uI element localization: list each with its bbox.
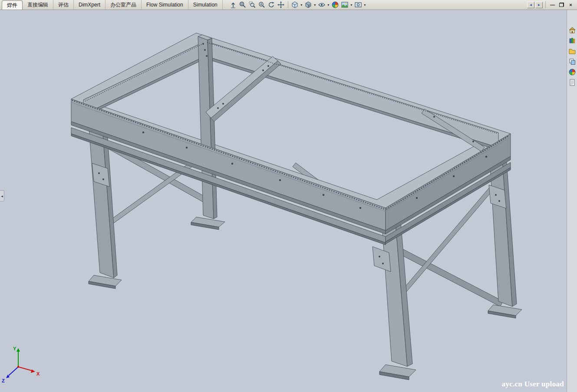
model-canvas[interactable]: Y X Z	[0, 10, 567, 392]
view-orientation-icon	[291, 1, 299, 9]
window-controls: ◄ ► — ×	[527, 0, 577, 10]
axis-x-label: X	[36, 371, 40, 376]
minimize-button[interactable]: —	[548, 2, 557, 8]
task-pane-strip	[567, 10, 577, 392]
pan-icon	[277, 1, 285, 9]
chevron-down-icon[interactable]	[313, 3, 317, 7]
chevron-down-icon[interactable]	[363, 3, 367, 7]
view-settings-button[interactable]	[354, 1, 363, 9]
appearances-sphere-icon	[568, 68, 576, 76]
normal-to-button[interactable]	[229, 1, 238, 9]
tab-office-products[interactable]: 办公室产品	[106, 0, 142, 10]
toolbar-separator	[288, 1, 288, 8]
tab-weldments[interactable]: 焊件	[2, 0, 23, 10]
pan-button[interactable]	[277, 1, 286, 9]
document-properties-icon	[568, 79, 576, 86]
zoom-area-icon	[248, 1, 256, 9]
model-leg-back	[191, 35, 225, 230]
zoom-area-button[interactable]	[248, 1, 257, 9]
tab-evaluate[interactable]: 评估	[53, 0, 74, 10]
chevron-down-icon[interactable]	[349, 3, 353, 7]
nav-forward-button[interactable]: ►	[535, 2, 543, 8]
apply-scene-button[interactable]	[340, 1, 349, 9]
view-toolbar	[229, 0, 367, 10]
view-orientation-button[interactable]	[290, 1, 300, 9]
design-library-icon	[568, 37, 576, 45]
task-pane-design-library-button[interactable]	[567, 36, 577, 45]
rotate-view-icon	[267, 1, 275, 9]
home-icon	[568, 26, 576, 34]
chevron-down-icon[interactable]	[326, 3, 330, 7]
restore-icon	[559, 3, 564, 7]
task-pane-view-palette-button[interactable]	[567, 57, 577, 66]
axis-y-label: Y	[13, 346, 16, 351]
tab-direct-editing[interactable]: 直接编辑	[23, 0, 53, 10]
task-pane-home-button[interactable]	[567, 26, 577, 35]
graphics-viewport[interactable]: Y X Z ◀ ayc.cn User upload	[0, 10, 567, 392]
tab-flow-simulation[interactable]: Flow Simulation	[142, 0, 188, 10]
chevron-down-icon[interactable]	[300, 3, 303, 7]
hide-show-items-icon	[318, 1, 326, 9]
feature-tree-collapse-button[interactable]: ◀	[0, 190, 4, 201]
normal-to-icon	[229, 1, 237, 9]
restore-button[interactable]	[557, 2, 566, 8]
close-button[interactable]: ×	[567, 2, 575, 8]
display-style-button[interactable]	[304, 1, 313, 9]
edit-appearance-button[interactable]	[331, 1, 340, 9]
zoom-fit-button[interactable]	[238, 1, 247, 9]
folder-icon	[568, 47, 576, 55]
zoom-in-out-icon	[258, 1, 266, 9]
watermark-text: ayc.cn User upload	[502, 380, 564, 389]
orientation-triad: Y X Z	[2, 346, 40, 383]
tab-dimxpert[interactable]: DimXpert	[74, 0, 106, 10]
task-pane-file-explorer-button[interactable]	[567, 46, 577, 56]
display-style-icon	[304, 1, 312, 9]
nav-back-button[interactable]: ◄	[527, 2, 534, 8]
command-tabs: 焊件 直接编辑 评估 DimXpert 办公室产品 Flow Simulatio…	[0, 0, 223, 10]
toolbar-separator	[545, 1, 546, 8]
view-palette-icon	[568, 58, 576, 66]
rotate-view-button[interactable]	[267, 1, 276, 9]
tab-simulation[interactable]: Simulation	[188, 0, 223, 10]
axis-z-label: Z	[2, 378, 5, 383]
app-window: 焊件 直接编辑 评估 DimXpert 办公室产品 Flow Simulatio…	[0, 0, 577, 392]
edit-appearance-icon	[331, 1, 339, 9]
zoom-fit-icon	[239, 1, 247, 9]
apply-scene-icon	[341, 1, 349, 9]
task-pane-appearances-button[interactable]	[567, 67, 577, 76]
task-pane-custom-properties-button[interactable]	[567, 78, 577, 87]
hide-show-items-button[interactable]	[317, 1, 326, 9]
zoom-in-out-button[interactable]	[257, 1, 267, 9]
view-settings-icon	[354, 1, 362, 9]
command-manager-bar: 焊件 直接编辑 评估 DimXpert 办公室产品 Flow Simulatio…	[0, 0, 577, 10]
